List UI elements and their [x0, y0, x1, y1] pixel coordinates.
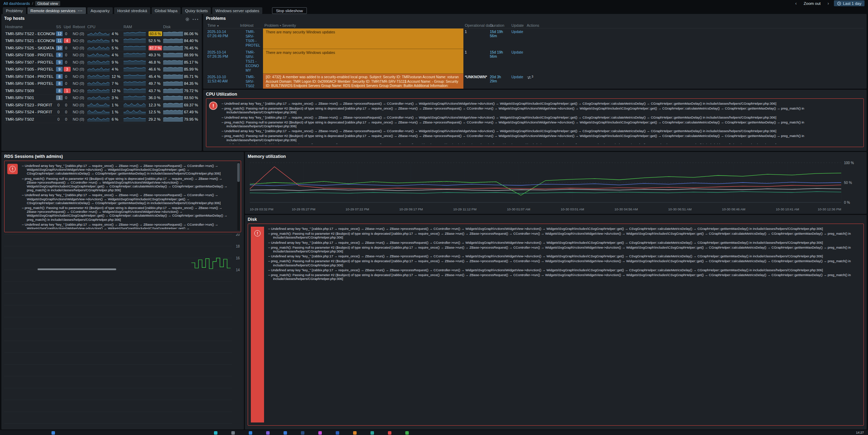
sessions: 12 — [55, 31, 63, 36]
problem-host-link[interactable]: TMR-SRV-TS02 — [246, 75, 255, 88]
tab-probl-my[interactable]: Problémy — [3, 7, 26, 14]
disk-sparkline — [162, 31, 183, 36]
svg-text:10-30 10:41 AM: 10-30 10:41 AM — [776, 207, 799, 211]
breadcrumb-current[interactable]: Global view — [35, 1, 60, 6]
ram-sparkline — [122, 60, 148, 65]
host-link[interactable]: TMR-SRV-TS01 — [5, 96, 34, 100]
top-hosts-row: TMR-SRV-TS06 - PROTEL80NO (0)7 %49.7 %84… — [4, 80, 199, 88]
tab-global-mapa[interactable]: Global Mapa — [152, 7, 181, 14]
error-message: preg_match(): Passing null to parameter … — [22, 177, 233, 192]
taskbar-icon-app-green[interactable] — [405, 431, 409, 435]
host-link[interactable]: TMR-SRV-TS07 - PROTEL — [5, 60, 54, 64]
kebab-menu-icon[interactable]: ··· — [192, 16, 199, 23]
top-hosts-row: TMR-SRV-TS21 - ECONOMY114NO (0)5 %52.5 %… — [4, 38, 199, 45]
taskbar-icon-edge[interactable] — [249, 431, 252, 435]
taskbar-icon-app-violet[interactable] — [266, 431, 270, 435]
zoom-out-button[interactable]: Zoom out — [802, 1, 823, 6]
problem-host-link[interactable]: TMR-SRV-TS21 - ECONOMY — [246, 50, 259, 73]
taskbar-icon-app-orange[interactable] — [353, 431, 357, 435]
host-link[interactable]: TMR-SRV-TS21 - ECONOMY — [5, 39, 55, 43]
host-link[interactable]: TMR-SRV-TS02 — [5, 117, 34, 121]
time-range-button[interactable]: Last 1 day — [834, 0, 865, 6]
taskbar-icon-outlook[interactable] — [284, 431, 287, 435]
reboot-value: NO (0) — [72, 81, 86, 86]
problem-time-link[interactable]: 2025-10-10 11:53:40 AM — [207, 75, 228, 83]
taskbar-icon-app-magenta[interactable] — [318, 431, 322, 435]
disk-value: 85.17 % — [183, 60, 199, 64]
taskbar-icon-app-teal[interactable] — [371, 431, 374, 435]
problem-time-link[interactable]: 2025-10-14 07:26:49 PM — [207, 30, 228, 38]
host-link[interactable]: TMR-SRV-TS08 - PROTEL — [5, 53, 54, 57]
disk-sparkline — [162, 110, 183, 114]
problem-row: 2025-10-14 07:26:35 PMTMR-SRV-TS21 - ECO… — [206, 49, 864, 74]
problem-duration: 20d 3h 29m — [488, 74, 510, 89]
update-link[interactable]: Update — [511, 75, 523, 79]
host-link[interactable]: TMR-SRV-TS24 - PROFIT — [5, 110, 52, 114]
host-link[interactable]: TMR-SRV-TS04 - PROTEL — [5, 74, 54, 79]
taskbar-clock[interactable]: 14:27 — [856, 431, 864, 434]
problem-host-link[interactable]: TMR-SRV-TS05 - PROTEL — [246, 30, 260, 47]
sessions: 0 — [55, 117, 63, 121]
host-link[interactable]: TMR-SRV-TS23 - PROFIT — [5, 103, 52, 107]
tab-remote-desktop-services[interactable]: Remote desktop services··· — [27, 7, 86, 14]
error-scrollbar[interactable] — [237, 162, 240, 231]
updates: 0 — [63, 117, 72, 121]
svg-text:100 %: 100 % — [844, 161, 854, 165]
sparkline-chart — [87, 31, 110, 36]
gear-icon[interactable] — [185, 17, 190, 22]
problems-body: 2025-10-14 07:26:49 PMTMR-SRV-TS05 - PRO… — [206, 29, 864, 89]
sparkline-chart — [124, 38, 146, 43]
taskbar-icon-app-gray[interactable] — [231, 431, 235, 435]
disk-value: 69.37 % — [183, 103, 199, 107]
exclamation-icon: ! — [254, 230, 261, 236]
sessions-badge: 9 — [56, 60, 63, 65]
disk-sparkline — [162, 74, 183, 79]
memory-utilization-chart: 10-29 03:32 PM10-29 05:27 PM10-29 07:22 … — [248, 161, 864, 212]
taskbar-icon-start[interactable] — [51, 431, 55, 435]
cpu-value: 5 % — [111, 39, 122, 43]
taskbar-icon-app-navy[interactable] — [301, 431, 304, 435]
sessions-badge: 11 — [56, 38, 63, 43]
taskbar-icon-app-red[interactable] — [388, 431, 391, 435]
problem-time-link[interactable]: 2025-10-14 07:26:35 PM — [207, 50, 228, 58]
hostname-cell: TMR-SRV-TS05 - PROTEL — [4, 67, 55, 71]
column-header-actions: Actions — [525, 23, 546, 28]
sessions-badge: 10 — [56, 46, 63, 50]
host-link[interactable]: TMR-SRV-TS22 - ECONOMY — [5, 32, 55, 36]
breadcrumb-all-dashboards[interactable]: All dashboards — [3, 1, 30, 6]
problems-header-row: Time▼InfoHostProblem • SeverityOperation… — [206, 23, 864, 29]
updates: 0 — [63, 74, 72, 79]
tab-menu-icon[interactable]: ··· — [78, 9, 83, 13]
taskbar-icon-word[interactable] — [336, 431, 339, 435]
host-link[interactable]: TMR-SRV-TS09 — [5, 89, 34, 93]
cpu-value: 5 % — [111, 46, 122, 50]
ram-cell: 46.6 % — [148, 67, 162, 71]
update-link[interactable]: Update — [511, 50, 523, 54]
disk-value: 86.06 % — [183, 32, 199, 36]
tab-quixy-tickets[interactable]: Quixy tickets — [182, 7, 211, 14]
stop-slideshow-button[interactable]: Stop slideshow — [272, 7, 306, 14]
top-hosts-row: TMR-SRV-TS07 - PROTEL90NO (0)9 %46.8 %85… — [4, 59, 199, 66]
message-actions-icon[interactable] — [527, 76, 532, 80]
host-link[interactable]: TMR-SRV-TS05 - PROTEL — [5, 67, 54, 71]
sparkline-chart — [87, 67, 110, 72]
problem-actions-cell — [525, 29, 546, 49]
time-range-label: Last 1 day — [843, 1, 861, 6]
updates: 0 — [63, 103, 72, 107]
disk-value: 84.35 % — [183, 81, 199, 86]
host-link[interactable]: TMR-SRV-TS25 - SKIDATA — [5, 46, 54, 50]
time-forward-button[interactable]: › — [826, 1, 830, 6]
row-filler — [546, 74, 864, 89]
column-header-time[interactable]: Time▼ — [206, 23, 239, 28]
ram-cell: 49.3 % — [148, 53, 162, 57]
update-link[interactable]: Update — [511, 30, 523, 34]
sparkline-chart — [87, 88, 110, 93]
scrollbar-thumb[interactable] — [237, 163, 240, 182]
time-back-button[interactable]: ‹ — [794, 1, 798, 6]
tab-horsk-stredisk[interactable]: Horské strediská — [114, 7, 150, 14]
host-link[interactable]: TMR-SRV-TS06 - PROTEL — [5, 81, 54, 86]
tab-aquaparky[interactable]: Aquaparky — [87, 7, 113, 14]
taskbar-icon-teams[interactable] — [214, 431, 217, 435]
disk-sparkline — [162, 103, 183, 107]
tab-windows-server-updates[interactable]: Windows server updates — [212, 7, 262, 14]
